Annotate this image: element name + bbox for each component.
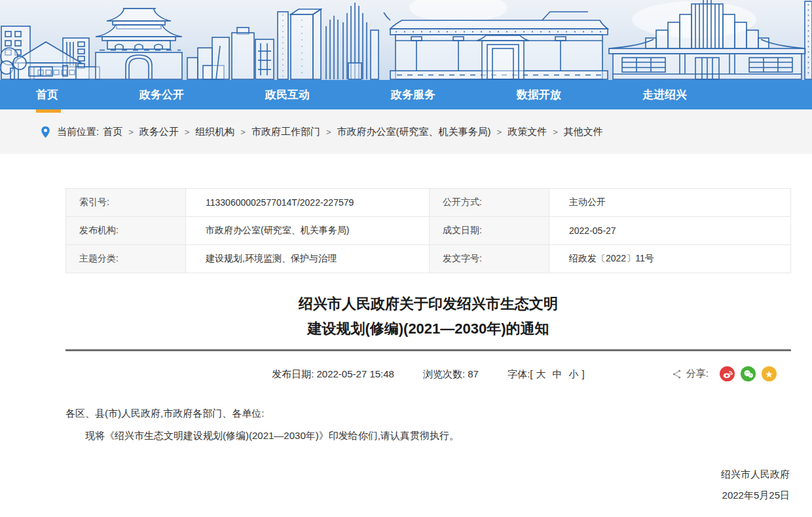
header-banner xyxy=(0,0,812,80)
font-control-label-close: ] xyxy=(581,368,584,379)
font-size-small-button[interactable]: 小 xyxy=(568,368,578,379)
doc-number-label: 发文字号: xyxy=(430,245,549,273)
doc-number-value: 绍政发〔2022〕11号 xyxy=(549,245,791,273)
publish-date-value: 2022-05-27 15:48 xyxy=(317,368,394,379)
breadcrumb-item-departments[interactable]: 市政府工作部门 xyxy=(251,126,320,138)
index-number-value: 11330600002577014T/2022-227579 xyxy=(186,189,430,217)
font-control-label: 字体:[ xyxy=(507,368,532,379)
signature-date: 2022年5月25日 xyxy=(65,485,790,506)
font-size-medium-button[interactable]: 中 xyxy=(552,368,562,379)
document-page: 索引号: 11330600002577014T/2022-227579 公开方式… xyxy=(65,188,791,506)
view-count-value: 87 xyxy=(468,368,479,379)
weibo-icon[interactable] xyxy=(720,366,735,381)
document-body: 各区、县(市)人民政府,市政府各部门、各单位: 现将《绍兴市生态文明建设规划(修… xyxy=(65,405,791,444)
issuing-agency-value: 市政府办公室(研究室、机关事务局) xyxy=(186,217,430,245)
main-nav: 首页 政务公开 政民互动 政务服务 数据开放 走进绍兴 xyxy=(0,80,812,109)
qzone-icon[interactable]: ★ xyxy=(762,366,777,381)
font-size-control: 字体:[大中小] xyxy=(507,368,585,379)
font-size-large-button[interactable]: 大 xyxy=(536,368,545,379)
table-row: 索引号: 11330600002577014T/2022-227579 公开方式… xyxy=(66,189,791,217)
index-number-label: 索引号: xyxy=(66,189,186,217)
breadcrumb-item-other-docs[interactable]: 其他文件 xyxy=(564,126,603,138)
share-label: 分享: xyxy=(686,368,709,380)
breadcrumb-prefix: 当前位置: xyxy=(57,126,99,138)
body-paragraph: 现将《绍兴市生态文明建设规划(修编)(2021—2030年)》印发给你们,请认真… xyxy=(65,427,791,444)
nav-item-interaction[interactable]: 政民互动 xyxy=(265,80,310,109)
topic-category-label: 主题分类: xyxy=(66,245,186,273)
breadcrumb-item-org[interactable]: 组织机构 xyxy=(195,126,234,138)
breadcrumb-separator: > xyxy=(240,127,246,137)
title-line-2: 建设规划(修编)(2021—2030年)的通知 xyxy=(65,316,791,341)
breadcrumb-separator: > xyxy=(497,127,502,137)
breadcrumb-separator: > xyxy=(185,127,190,137)
disclosure-mode-label: 公开方式: xyxy=(430,189,549,217)
title-line-1: 绍兴市人民政府关于印发绍兴市生态文明 xyxy=(65,292,791,316)
nav-item-about-shaoxing[interactable]: 走进绍兴 xyxy=(642,80,687,109)
view-count-label: 浏览次数: xyxy=(423,368,465,379)
nav-item-gov-info[interactable]: 政务公开 xyxy=(139,80,184,109)
location-pin-icon xyxy=(41,126,50,138)
publish-date: 发布日期:2022-05-27 15:48 xyxy=(272,368,394,379)
signature-name: 绍兴市人民政府 xyxy=(65,464,790,485)
table-row: 主题分类: 建设规划,环境监测、保护与治理 发文字号: 绍政发〔2022〕11号 xyxy=(66,245,791,273)
breadcrumb-separator: > xyxy=(128,127,134,137)
title-divider xyxy=(65,349,791,351)
article-meta: 发布日期:2022-05-27 15:48 浏览次数:87 字体:[大中小] 分… xyxy=(65,366,791,383)
publish-date-label: 发布日期: xyxy=(272,368,314,379)
body-salutation: 各区、县(市)人民政府,市政府各部门、各单位: xyxy=(65,405,791,422)
breadcrumb: 当前位置: 首页 > 政务公开 > 组织机构 > 市政府工作部门 > 市政府办公… xyxy=(0,109,812,154)
table-row: 发布机构: 市政府办公室(研究室、机关事务局) 成文日期: 2022-05-27 xyxy=(66,217,791,245)
nav-item-home[interactable]: 首页 xyxy=(36,80,58,109)
page-title: 绍兴市人民政府关于印发绍兴市生态文明 建设规划(修编)(2021—2030年)的… xyxy=(65,292,791,341)
share-bar: 分享: ★ xyxy=(672,366,777,381)
topic-category-value: 建设规划,环境监测、保护与治理 xyxy=(186,245,430,273)
city-skyline-illustration xyxy=(0,0,812,80)
breadcrumb-separator: > xyxy=(326,127,331,137)
nav-item-open-data[interactable]: 数据开放 xyxy=(517,80,561,109)
breadcrumb-item-policy-docs[interactable]: 政策文件 xyxy=(507,126,547,138)
breadcrumb-separator: > xyxy=(553,127,558,137)
view-count: 浏览次数:87 xyxy=(423,368,479,379)
issuing-agency-label: 发布机构: xyxy=(66,217,186,245)
document-signature: 绍兴市人民政府 2022年5月25日 xyxy=(65,464,791,506)
breadcrumb-item-office[interactable]: 市政府办公室(研究室、机关事务局) xyxy=(337,126,491,138)
nav-item-services[interactable]: 政务服务 xyxy=(391,80,435,109)
share-nodes-icon xyxy=(672,369,682,379)
disclosure-mode-value: 主动公开 xyxy=(549,189,791,217)
written-date-label: 成文日期: xyxy=(430,217,549,245)
breadcrumb-item-gov-info[interactable]: 政务公开 xyxy=(139,126,179,138)
breadcrumb-item-home[interactable]: 首页 xyxy=(103,126,122,138)
written-date-value: 2022-05-27 xyxy=(549,217,791,245)
wechat-icon[interactable] xyxy=(741,366,756,381)
document-info-table: 索引号: 11330600002577014T/2022-227579 公开方式… xyxy=(65,188,791,273)
